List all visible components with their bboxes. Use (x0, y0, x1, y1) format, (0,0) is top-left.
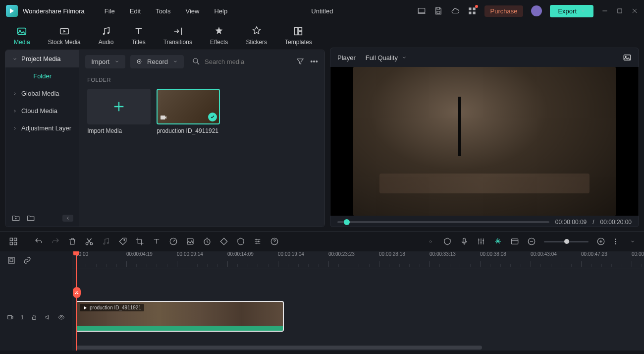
chevron-down-icon (173, 59, 178, 64)
tab-stickers[interactable]: Stickers (237, 23, 276, 49)
svg-point-16 (193, 59, 198, 63)
color-icon[interactable] (186, 237, 195, 246)
render-icon[interactable] (426, 237, 435, 246)
mute-icon[interactable] (45, 314, 52, 321)
horizontal-scrollbar[interactable] (76, 346, 482, 350)
folder-icon[interactable] (26, 214, 35, 223)
link-icon[interactable] (23, 256, 32, 265)
apps-icon-wrap[interactable] (468, 6, 477, 15)
export-button[interactable]: Export (550, 5, 593, 17)
chevron-down-icon[interactable] (630, 239, 635, 244)
tab-titles[interactable]: Titles (122, 23, 154, 49)
adjust-icon[interactable] (253, 237, 262, 246)
more-icon[interactable] (310, 57, 319, 66)
mixer-icon[interactable] (477, 237, 485, 246)
tab-audio[interactable]: Audio (90, 23, 123, 49)
maximize-icon[interactable] (616, 7, 623, 14)
svg-rect-46 (10, 259, 13, 262)
app-logo (6, 5, 18, 17)
undo-icon[interactable] (34, 237, 43, 246)
stock-media-icon (59, 26, 70, 37)
svg-point-10 (107, 32, 109, 34)
import-media-tile[interactable]: Import Media (87, 89, 151, 134)
menu-help[interactable]: Help (214, 7, 227, 15)
preview-tab-player[interactable]: Player (337, 54, 356, 61)
sidebar-item-cloud-media[interactable]: Cloud Media (5, 102, 79, 119)
speed-icon[interactable] (169, 237, 178, 246)
sidebar-item-adjustment-layer[interactable]: Adjustment Layer (5, 119, 79, 137)
preview-viewport[interactable] (330, 67, 639, 216)
audio-icon (101, 26, 111, 37)
menu-edit[interactable]: Edit (130, 7, 141, 15)
tab-templates[interactable]: Templates (276, 23, 321, 49)
svg-point-49 (60, 316, 62, 318)
record-icon (136, 59, 142, 64)
close-icon[interactable] (631, 7, 638, 14)
svg-point-34 (107, 242, 108, 244)
tab-media[interactable]: Media (5, 23, 39, 49)
save-icon[interactable] (434, 6, 443, 15)
menu-tools[interactable]: Tools (156, 7, 170, 15)
tag-icon[interactable] (118, 237, 127, 246)
scrub-handle[interactable] (344, 219, 350, 225)
menu-view[interactable]: View (185, 7, 199, 15)
redo-icon[interactable] (51, 237, 60, 246)
search-input[interactable] (205, 58, 288, 65)
zoom-handle[interactable] (564, 239, 569, 244)
visibility-icon[interactable] (58, 314, 65, 321)
new-folder-icon[interactable] (11, 214, 20, 223)
crop-icon[interactable] (135, 237, 144, 246)
select-all-icon[interactable] (7, 256, 16, 265)
svg-rect-28 (14, 238, 17, 240)
timeline-tracks[interactable]: 00:0000:00:04:1900:00:09:1400:00:14:0900… (72, 251, 644, 351)
menu-file[interactable]: File (105, 7, 115, 15)
purchase-button[interactable]: Purchase (484, 5, 524, 17)
view-mode-icon[interactable] (510, 237, 519, 246)
sidebar-item-global-media[interactable]: Global Media (5, 85, 79, 102)
zoom-in-icon[interactable] (596, 237, 605, 246)
tab-effects[interactable]: Effects (201, 23, 237, 49)
timeline-ruler[interactable]: 00:0000:00:04:1900:00:09:1400:00:14:0900… (72, 251, 644, 269)
track-header: 1 (0, 301, 72, 334)
import-dropdown[interactable]: Import (85, 55, 125, 68)
tab-stock-media[interactable]: Stock Media (39, 23, 90, 49)
zoom-out-icon[interactable] (527, 237, 536, 246)
sidebar-header-project-media[interactable]: Project Media (5, 50, 79, 67)
playhead[interactable] (76, 251, 77, 351)
text-icon[interactable] (152, 237, 161, 246)
delete-icon[interactable] (68, 237, 77, 246)
svg-rect-3 (469, 12, 471, 14)
keyframe-icon[interactable] (219, 237, 228, 246)
tab-transitions[interactable]: Transitions (155, 23, 201, 49)
svg-rect-30 (14, 242, 17, 245)
timeline-clip[interactable]: production ID_4911921 (76, 301, 284, 332)
cut-handle[interactable] (73, 287, 81, 298)
avatar[interactable] (531, 5, 542, 16)
cut-icon[interactable] (85, 237, 94, 246)
filter-icon[interactable] (296, 57, 305, 66)
voiceover-icon[interactable] (460, 237, 469, 246)
beat-icon[interactable] (102, 237, 110, 246)
record-dropdown[interactable]: Record (130, 55, 184, 68)
snapshot-icon[interactable] (623, 53, 632, 62)
clip-label: production ID_4911921 (80, 304, 144, 311)
cloud-icon[interactable] (451, 6, 460, 15)
marker-icon[interactable] (443, 237, 452, 246)
caret-down-icon (12, 57, 17, 61)
ai-icon[interactable] (270, 237, 279, 246)
sidebar-item-folder[interactable]: Folder (5, 67, 79, 85)
quality-dropdown[interactable]: Full Quality (366, 54, 407, 61)
collapse-sidebar-button[interactable] (62, 215, 73, 222)
duration-icon[interactable] (203, 237, 212, 246)
device-icon[interactable] (417, 6, 426, 15)
lock-icon[interactable] (31, 314, 38, 321)
grid-icon[interactable] (9, 237, 18, 246)
scrub-bar[interactable] (337, 221, 549, 223)
magnet-icon[interactable] (493, 237, 502, 246)
track-options-icon[interactable] (613, 237, 622, 246)
minimize-icon[interactable] (601, 7, 608, 14)
zoom-slider[interactable] (544, 241, 589, 242)
video-type-icon (160, 114, 167, 121)
media-clip-tile[interactable]: production ID_4911921 (157, 89, 220, 134)
mask-icon[interactable] (236, 237, 245, 246)
